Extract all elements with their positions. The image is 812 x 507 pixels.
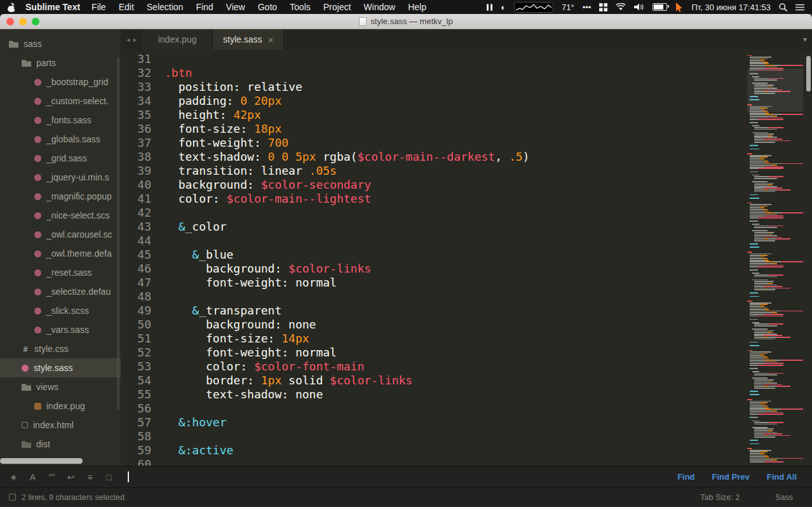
line-number[interactable]: 40 [121, 178, 151, 192]
sidebar-item-index-html[interactable]: index.html [0, 416, 121, 435]
code-line[interactable]: 51 font-size: 14px [121, 332, 812, 346]
menu-project[interactable]: Project [317, 2, 358, 12]
minimize-window-button[interactable] [19, 18, 27, 25]
menu-selection[interactable]: Selection [140, 2, 190, 12]
line-number[interactable]: 35 [121, 108, 151, 122]
sidebar-item-dist[interactable]: dist [0, 435, 121, 454]
code-line[interactable]: 57 &:hover [121, 416, 812, 429]
sidebar-item-grid-sass[interactable]: _grid.sass [0, 149, 121, 168]
line-number[interactable]: 53 [121, 360, 151, 374]
highlight-matches-icon[interactable]: □ [102, 472, 116, 482]
menu-bar-clock[interactable]: Пт, 30 июня 17:41:53 [691, 3, 771, 12]
code-line[interactable]: 40 background: $color-secondary [121, 178, 812, 192]
sidebar-item-parts[interactable]: parts [0, 53, 121, 72]
sidebar-item-index-pug[interactable]: index.pug [0, 396, 121, 416]
spotlight-search-icon[interactable] [779, 3, 787, 11]
wrap-icon[interactable]: ↩ [64, 472, 78, 482]
sidebar-horizontal-scrollbar[interactable] [0, 458, 83, 464]
find-prev-button[interactable]: Find Prev [712, 472, 750, 482]
tab-style-sass[interactable]: style.sass× [213, 29, 284, 50]
menu-goto[interactable]: Goto [252, 2, 283, 12]
code-line[interactable]: 56 [121, 402, 812, 416]
tab-close-icon[interactable]: × [268, 35, 274, 44]
code-line[interactable]: 34 padding: 0 20px [121, 94, 812, 108]
sidebar-item-style-sass[interactable]: style.sass [0, 358, 121, 377]
code-line[interactable]: 55 text-shadow: none [121, 388, 812, 402]
line-number[interactable]: 49 [121, 304, 151, 318]
sidebar-item-reset-sass[interactable]: _reset.sass [0, 263, 121, 282]
code-line[interactable]: 50 background: none [121, 318, 812, 332]
line-number[interactable]: 41 [121, 192, 151, 206]
code-line[interactable]: 58 [121, 429, 812, 443]
menu-edit[interactable]: Edit [112, 2, 140, 12]
code-line[interactable]: 35 height: 42px [121, 108, 812, 122]
sidebar-item-selectize-defau[interactable]: _selectize.defau [0, 282, 121, 301]
notification-center-icon[interactable] [795, 4, 804, 11]
line-number[interactable]: 56 [121, 402, 151, 416]
line-number[interactable]: 42 [121, 206, 151, 220]
code-line[interactable]: 47 font-weight: normal [121, 276, 812, 290]
editor-scrollbar-track[interactable] [805, 50, 812, 466]
menu-view[interactable]: View [220, 2, 252, 12]
sidebar-item-owl-carousel-sc[interactable]: _owl.carousel.sc [0, 225, 121, 244]
code-line[interactable]: 42 [121, 206, 812, 220]
line-number[interactable]: 48 [121, 290, 151, 304]
code-line[interactable]: 46 background: $color-links [121, 262, 812, 276]
sidebar-vertical-scrollbar[interactable] [117, 57, 119, 410]
line-number[interactable]: 55 [121, 388, 151, 402]
line-number[interactable]: 58 [121, 429, 151, 443]
tab-scroll-right-icon[interactable]: ▸ [133, 36, 137, 44]
sidebar-item-views[interactable]: views [0, 377, 121, 396]
syntax-status[interactable]: Sass [775, 493, 793, 502]
code-line[interactable]: 39 transition: linear .05s [121, 164, 812, 178]
code-line[interactable]: 60 [121, 457, 812, 466]
grid-icon[interactable] [599, 3, 607, 11]
sidebar-item-vars-sass[interactable]: _vars.sass [0, 320, 121, 339]
code-line[interactable]: 49 &_transparent [121, 304, 812, 318]
cpu-graph-icon[interactable] [514, 2, 553, 13]
line-number[interactable]: 47 [121, 276, 151, 290]
sidebar-item-jquery-ui-min-s[interactable]: _jquery-ui.min.s [0, 168, 121, 187]
line-number[interactable]: 52 [121, 346, 151, 360]
sidebar-item-owl-theme-defa[interactable]: _owl.theme.defa [0, 244, 121, 263]
temperature-status[interactable]: 71° [562, 3, 574, 12]
line-number[interactable]: 31 [121, 52, 151, 66]
code-line[interactable]: 33 position: relative [121, 80, 812, 94]
editor[interactable]: 3132.btn33 position: relative34 padding:… [121, 50, 812, 466]
sidebar-item-magnific-popup[interactable]: _magnific.popup [0, 187, 121, 206]
code-line[interactable]: 43 &_color [121, 220, 812, 234]
line-number[interactable]: 33 [121, 80, 151, 94]
line-number[interactable]: 45 [121, 248, 151, 262]
tab-size-status[interactable]: Tab Size: 2 [700, 493, 740, 502]
line-number[interactable]: 51 [121, 332, 151, 346]
code-line[interactable]: 59 &:active [121, 443, 812, 457]
wifi-icon[interactable] [616, 3, 626, 11]
find-button[interactable]: Find [677, 472, 694, 482]
code-line[interactable]: 53 color: $color-font-main [121, 360, 812, 374]
editor-scrollbar-thumb[interactable] [806, 56, 811, 91]
line-number[interactable]: 34 [121, 94, 151, 108]
code-line[interactable]: 45 &_blue [121, 248, 812, 262]
tab-overflow-icon[interactable]: ▾ [803, 29, 807, 50]
battery-icon[interactable] [653, 3, 667, 11]
sidebar-item-custom-select[interactable]: _custom-select. [0, 91, 121, 111]
input-source-icon[interactable] [487, 3, 492, 11]
apple-icon[interactable] [8, 3, 16, 12]
dots-status[interactable]: ••• [583, 3, 592, 12]
code-line[interactable]: 44 [121, 234, 812, 248]
sidebar-item-fonts-sass[interactable]: _fonts.sass [0, 111, 121, 130]
night-shift-icon[interactable]: ◐ [501, 3, 506, 11]
sidebar-item-nice-select-scs[interactable]: _nice-select.scs [0, 206, 121, 225]
in-selection-icon[interactable]: ≡ [83, 472, 97, 482]
sidebar-item-style-css[interactable]: #style.css [0, 339, 121, 358]
tab-index-pug[interactable]: index.pug [142, 29, 213, 50]
code-line[interactable]: 37 font-weight: 700 [121, 136, 812, 150]
code-line[interactable]: 54 border: 1px solid $color-links [121, 374, 812, 388]
sidebar-item-slick-scss[interactable]: _slick.scss [0, 301, 121, 320]
line-number[interactable]: 59 [121, 443, 151, 457]
tab-scroll-left-icon[interactable]: ◂ [126, 36, 130, 44]
minimap[interactable] [747, 53, 803, 463]
line-number[interactable]: 43 [121, 220, 151, 234]
menu-app-name[interactable]: Sublime Text [25, 2, 80, 12]
whole-word-icon[interactable]: “” [44, 472, 59, 482]
